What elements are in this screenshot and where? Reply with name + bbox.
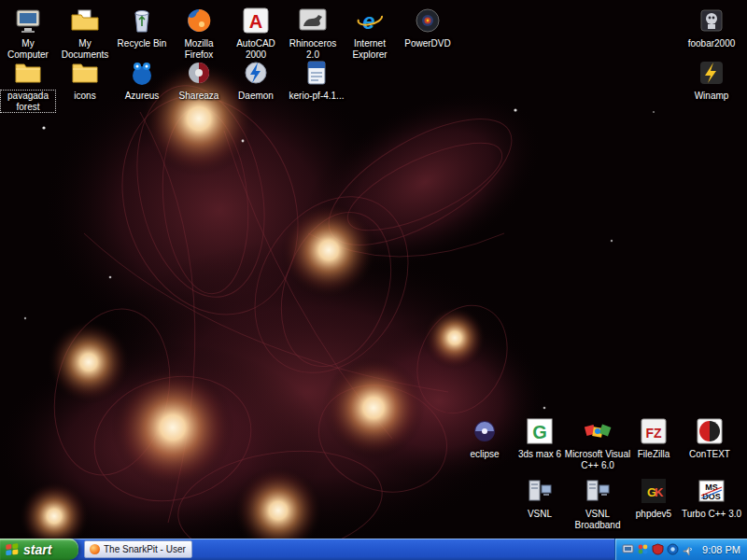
- task-button-label: The SnarkPit - User C...: [104, 544, 187, 554]
- desktop-icon-label: Daemon: [238, 91, 274, 102]
- vsnl-icon: [525, 476, 555, 506]
- desktop-icon-shareaza[interactable]: Shareaza: [171, 58, 227, 102]
- windows-flag-icon: [5, 542, 20, 557]
- desktop-icon-label: AutoCAD 2000: [229, 38, 283, 60]
- desktop-icon-label: Rhinoceros 2.0: [286, 38, 340, 60]
- svg-text:K: K: [655, 485, 664, 499]
- desktop-icon-label: Shareaza: [179, 91, 219, 102]
- desktop-icon-eclipse[interactable]: eclipse: [457, 416, 513, 460]
- firefox-icon: [184, 6, 214, 35]
- desktop-icon-winamp[interactable]: Winamp: [684, 58, 740, 102]
- recycle-bin-icon: [127, 6, 157, 35]
- internet-explorer-icon: e: [355, 6, 385, 35]
- desktop-icon-context[interactable]: ConTEXT: [682, 416, 738, 460]
- 3ds-max-icon: G: [525, 416, 555, 446]
- desktop-icon-label: VSNL: [528, 509, 552, 520]
- desktop-icon-label: Microsoft Visual C++ 6.0: [559, 449, 636, 470]
- my-documents-icon: [70, 6, 100, 35]
- desktop-icon-internet-explorer[interactable]: e Internet Explorer: [342, 6, 398, 60]
- desktop-icon-label: Recycle Bin: [118, 38, 167, 49]
- tray-icon-5[interactable]: [682, 543, 694, 555]
- desktop: My Computer My Documents Recycle Bin Moz…: [0, 0, 747, 539]
- system-tray: 9:08 PM: [614, 539, 747, 560]
- taskbar: start The SnarkPit - User C... 9:08 PM: [0, 539, 747, 560]
- desktop-icon-label: kerio-pf-4.1...: [289, 91, 345, 102]
- desktop-icon-label: Turbo C++ 3.0: [682, 509, 741, 520]
- desktop-icon-label: Internet Explorer: [343, 38, 397, 60]
- vsnl-broadband-icon: [583, 476, 613, 506]
- task-button-snarkpit[interactable]: The SnarkPit - User C...: [84, 540, 192, 558]
- desktop-icon-label: 3ds max 6: [518, 449, 561, 460]
- svg-text:FZ: FZ: [645, 426, 662, 441]
- shareaza-icon: [184, 58, 214, 88]
- folder-icon: [13, 58, 43, 88]
- desktop-icon-label: eclipse: [470, 449, 499, 460]
- desktop-icon-powerdvd[interactable]: PowerDVD: [400, 6, 456, 49]
- desktop-icon-label: FileZilla: [638, 449, 669, 460]
- desktop-icon-label: VSNL Broadband: [571, 509, 625, 530]
- desktop-icon-recycle-bin[interactable]: Recycle Bin: [114, 6, 170, 49]
- desktop-icon-label: pavagada forest: [1, 91, 55, 112]
- visual-cpp-icon: [583, 416, 613, 446]
- svg-text:e: e: [362, 8, 374, 34]
- tray-icon-4[interactable]: [667, 543, 679, 555]
- my-computer-icon: [13, 6, 43, 35]
- desktop-icon-label: ConTEXT: [689, 449, 730, 460]
- daemon-tools-icon: [241, 58, 271, 88]
- desktop-icon-label: PowerDVD: [404, 38, 450, 49]
- svg-text:MS: MS: [705, 483, 718, 492]
- autocad-icon: A: [241, 6, 271, 35]
- desktop-icon-label: My Documents: [58, 38, 112, 60]
- desktop-icon-vsnl-broadband[interactable]: VSNL Broadband: [570, 476, 626, 530]
- context-icon: [695, 416, 725, 446]
- folder-icon: [70, 58, 100, 88]
- firefox-icon: [90, 544, 100, 554]
- desktop-icon-daemon[interactable]: Daemon: [228, 58, 284, 102]
- winamp-icon: [697, 58, 726, 88]
- desktop-icon-label: foobar2000: [688, 38, 736, 49]
- tray-icon-1[interactable]: [622, 543, 634, 555]
- filezilla-icon: FZ: [639, 416, 669, 446]
- desktop-icon-label: icons: [74, 91, 95, 102]
- clock[interactable]: 9:08 PM: [702, 544, 740, 555]
- desktop-icon-label: Azureus: [125, 91, 160, 102]
- svg-text:A: A: [249, 11, 262, 32]
- desktop-icon-kerio[interactable]: kerio-pf-4.1...: [277, 58, 356, 102]
- svg-text:G: G: [532, 422, 547, 442]
- tray-icon-3[interactable]: [652, 543, 664, 555]
- start-button[interactable]: start: [0, 539, 78, 560]
- desktop-icon-my-computer[interactable]: My Computer: [0, 6, 56, 60]
- desktop-icon-filezilla[interactable]: FZ FileZilla: [626, 416, 682, 460]
- phpdev5-icon: GK: [639, 476, 669, 506]
- desktop-icon-label: My Computer: [1, 38, 55, 60]
- kerio-icon: [302, 58, 331, 88]
- desktop-icon-label: Mozilla Firefox: [172, 38, 226, 60]
- desktop-icon-foobar2000[interactable]: foobar2000: [684, 6, 740, 49]
- desktop-icon-mozilla-firefox[interactable]: Mozilla Firefox: [171, 6, 227, 60]
- desktop-icon-turbo-cpp[interactable]: MSDOS Turbo C++ 3.0: [672, 476, 747, 520]
- desktop-icon-azureus[interactable]: Azureus: [114, 58, 170, 102]
- azureus-icon: [127, 58, 157, 88]
- desktop-icon-my-documents[interactable]: My Documents: [57, 6, 113, 60]
- desktop-icon-label: Winamp: [695, 91, 729, 102]
- desktop-icon-autocad-2000[interactable]: A AutoCAD 2000: [228, 6, 284, 60]
- desktop-icon-label: phpdev5: [636, 509, 671, 520]
- desktop-icon-vsnl[interactable]: VSNL: [512, 476, 568, 520]
- foobar2000-icon: [697, 6, 726, 35]
- desktop-icon-pavagada-forest[interactable]: pavagada forest: [0, 58, 56, 112]
- powerdvd-icon: [413, 6, 443, 35]
- start-label: start: [23, 542, 51, 557]
- tray-icon-2[interactable]: [637, 543, 649, 555]
- desktop-icon-rhinoceros[interactable]: Rhinoceros 2.0: [285, 6, 341, 60]
- eclipse-icon: [470, 416, 500, 446]
- rhinoceros-icon: [298, 6, 328, 35]
- ms-dos-icon: MSDOS: [697, 476, 726, 506]
- desktop-icon-icons-folder[interactable]: icons: [57, 58, 113, 102]
